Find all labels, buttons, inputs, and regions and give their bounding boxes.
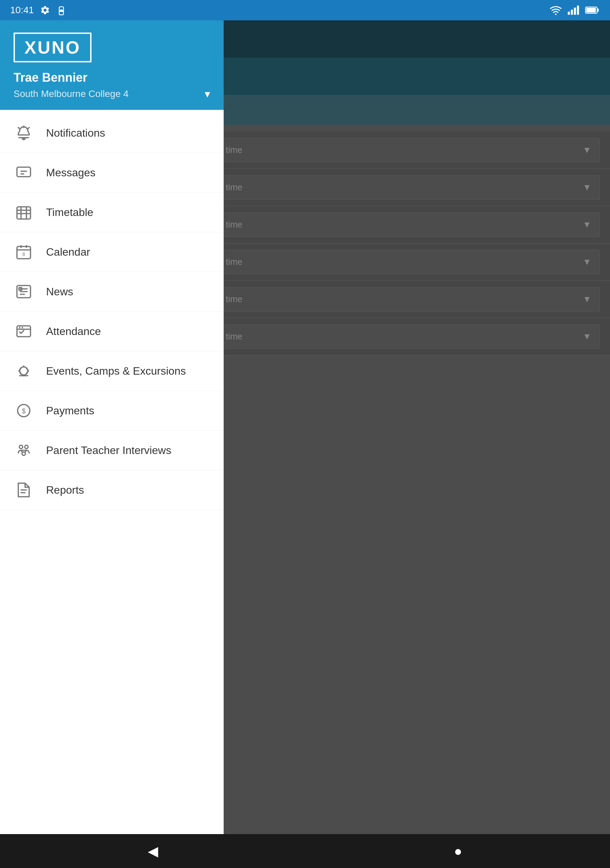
svg-rect-8 (17, 167, 31, 177)
attendance-icon (14, 321, 34, 341)
svg-rect-7 (597, 8, 599, 11)
sidebar-item-label-timetable: Timetable (46, 206, 93, 219)
sidebar-item-reports[interactable]: Reports (0, 470, 224, 510)
battery-icon (585, 5, 600, 15)
svg-point-32 (19, 445, 23, 449)
logo-text: XUNO (25, 38, 81, 57)
time-display: 10:41 (10, 5, 34, 16)
status-icons-right (550, 5, 600, 15)
message-icon (14, 163, 34, 183)
bell-icon (14, 123, 34, 143)
user-name: Trae Bennier (14, 71, 210, 85)
svg-rect-3 (574, 8, 576, 15)
svg-text:8: 8 (22, 251, 25, 257)
sidebar-item-label-payments: Payments (46, 405, 94, 417)
svg-rect-1 (568, 12, 570, 15)
sidebar-item-label-attendance: Attendance (46, 325, 101, 338)
sidebar-item-payments[interactable]: $ Payments (0, 391, 224, 431)
logo-box: XUNO (14, 33, 91, 62)
sidebar-item-label-news: News (46, 285, 73, 298)
signal-icon (567, 5, 579, 15)
settings-icon (40, 5, 50, 15)
svg-text:$: $ (22, 407, 25, 415)
events-icon (14, 361, 34, 381)
sidebar-item-pti[interactable]: Parent Teacher Interviews (0, 431, 224, 470)
home-button[interactable]: ● (454, 843, 462, 859)
calendar-icon: 8 (14, 242, 34, 262)
sidebar-item-notifications[interactable]: Notifications (0, 113, 224, 153)
battery-saver-icon (56, 5, 67, 15)
sidebar-item-label-notifications: Notifications (46, 127, 105, 140)
sidebar: XUNO Trae Bennier South Melbourne Colleg… (0, 20, 224, 834)
user-school: South Melbourne College 4 (14, 88, 129, 99)
sidebar-item-calendar[interactable]: 8 Calendar (0, 232, 224, 272)
sidebar-item-label-events: Events, Camps & Excursions (46, 365, 186, 377)
sidebar-item-attendance[interactable]: Attendance (0, 312, 224, 351)
user-school-row[interactable]: South Melbourne College 4 ▾ (14, 87, 210, 100)
wifi-icon (550, 5, 562, 15)
sidebar-item-label-calendar: Calendar (46, 246, 90, 258)
back-button[interactable]: ◀ (148, 843, 158, 859)
sidebar-item-label-messages: Messages (46, 166, 96, 179)
chevron-down-icon[interactable]: ▾ (205, 87, 210, 100)
sidebar-menu: Notifications Messages T (0, 110, 224, 834)
sidebar-item-label-pti: Parent Teacher Interviews (46, 444, 171, 457)
nav-bar: ◀ ● (0, 834, 610, 868)
sidebar-item-messages[interactable]: Messages (0, 153, 224, 192)
timetable-icon (14, 202, 34, 222)
status-bar: 10:41 (0, 0, 610, 20)
svg-point-0 (555, 14, 557, 15)
svg-rect-9 (17, 207, 31, 219)
svg-point-33 (25, 445, 28, 449)
pti-icon (14, 440, 34, 460)
news-icon (14, 281, 34, 302)
sidebar-item-events[interactable]: Events, Camps & Excursions (0, 351, 224, 391)
svg-rect-6 (586, 8, 596, 12)
svg-rect-2 (571, 10, 573, 15)
sidebar-overlay[interactable] (224, 20, 610, 834)
sidebar-header: XUNO Trae Bennier South Melbourne Colleg… (0, 20, 224, 110)
sidebar-item-news[interactable]: News (0, 272, 224, 312)
svg-rect-4 (577, 6, 579, 15)
sidebar-item-label-reports: Reports (46, 484, 84, 496)
payments-icon: $ (14, 400, 34, 421)
reports-icon (14, 480, 34, 500)
sidebar-item-timetable[interactable]: Timetable (0, 192, 224, 232)
